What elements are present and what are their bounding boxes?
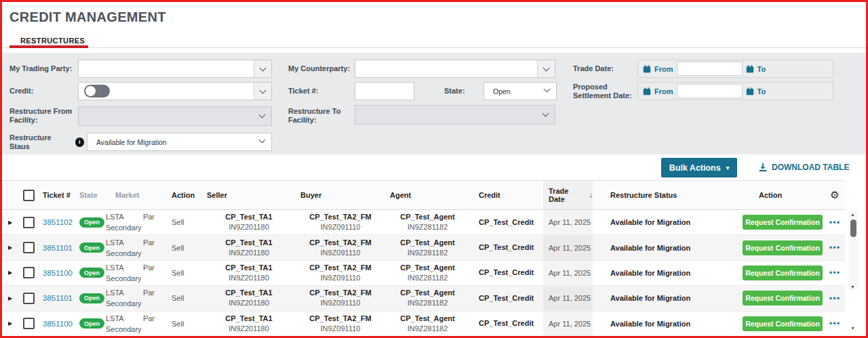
select-all-checkbox[interactable] [23,190,35,201]
chevron-down-icon [259,137,266,144]
more-actions-icon[interactable]: ••• [829,268,841,278]
scroll-down-icon[interactable]: ▼ [850,284,855,289]
tab-active-indicator [9,45,88,48]
header-expander-cell [0,181,15,209]
col-header-row-action[interactable]: Action [740,181,826,209]
row-checkbox[interactable] [23,242,35,253]
row-checkbox[interactable] [23,293,35,304]
agent-id: IN9Z281182 [408,324,448,334]
ticket-link[interactable]: 3851101 [43,244,73,252]
seller-id: IN9Z201180 [229,298,269,308]
request-confirmation-button[interactable]: Request Confirmation [743,316,823,331]
table-header-row: Ticket # State Market Action Seller Buye… [0,180,845,210]
col-header-action[interactable]: Action [162,181,197,209]
credit-cell: CP_Test_Credit [479,217,534,228]
request-confirmation-button[interactable]: Request Confirmation [743,291,823,305]
my-counterparty-select[interactable] [355,60,555,78]
expand-row-icon[interactable]: ▶ [8,270,12,276]
request-confirmation-button[interactable]: Request Confirmation [743,240,823,255]
chevron-down-icon [537,60,555,77]
bulk-actions-button[interactable]: Bulk Actions ▾ [661,158,737,177]
info-icon[interactable]: i [75,138,84,147]
gear-icon[interactable]: ⚙ [830,189,839,201]
page-title: CREDIT MANAGEMENT [9,9,166,25]
scrollbar-thumb[interactable] [850,219,856,237]
tab-restructures[interactable]: RESTRUCTURES [9,34,85,48]
restructure-from-facility-select[interactable] [78,106,272,126]
agent-name: CP_Test_Agent [400,263,454,273]
ticket-number-label: Ticket #: [288,82,353,100]
col-header-market[interactable]: Market [106,181,162,209]
action-cell: Sell [172,269,184,277]
market-cell: LSTA Par Secondary [106,237,155,259]
ticket-number-input[interactable] [355,82,414,100]
request-confirmation-button[interactable]: Request Confirmation [743,266,823,280]
settlement-from-input[interactable] [677,84,743,98]
table-scrollbar[interactable]: ▲ ▼ [848,211,858,290]
expand-row-icon[interactable]: ▶ [8,320,12,326]
col-header-restructure-status[interactable]: Restructure Status [593,181,740,209]
calendar-icon [746,87,754,96]
bulk-actions-label: Bulk Actions [669,163,721,173]
col-header-buyer[interactable]: Buyer [291,181,380,209]
ticket-link[interactable]: 3851101 [43,294,73,302]
seller-name: CP_Test_TA1 [225,263,272,273]
expand-row-icon[interactable]: ▶ [8,219,12,226]
col-header-trade-date[interactable]: Trade Date ↓ [543,181,593,209]
trade-date-from-label: From [654,65,673,73]
buyer-id: IN9Z091110 [321,222,361,232]
more-actions-icon[interactable]: ••• [829,217,841,228]
col-header-credit[interactable]: Credit [465,181,543,209]
my-trading-party-select[interactable] [78,60,272,78]
calendar-icon [643,65,651,73]
col-header-state[interactable]: State [79,181,106,209]
col-header-seller[interactable]: Seller [197,181,291,209]
state-label: State: [444,82,478,100]
row-checkbox[interactable] [23,318,35,329]
more-actions-icon[interactable]: ••• [829,293,841,303]
trade-date-cell: Apr 11, 2025 [549,269,591,277]
more-actions-icon[interactable]: ••• [829,318,841,329]
market-cell: LSTA Par Secondary [106,287,155,309]
trade-date-to-label: To [757,65,766,73]
state-badge: Open [79,268,104,278]
restructure-to-facility-select[interactable] [355,105,555,125]
agent-id: IN9Z281182 [408,298,448,308]
ticket-link[interactable]: 3851100 [43,269,73,277]
chevron-down-icon [254,60,271,77]
agent-id: IN9Z281182 [408,248,448,258]
scroll-up-icon[interactable]: ▲ [850,212,855,217]
more-actions-icon[interactable]: ••• [829,242,841,253]
restructure-status-select[interactable]: Available for Migration [87,133,272,151]
row-checkbox[interactable] [23,217,35,228]
trade-date-cell: Apr 11, 2025 [549,294,591,302]
seller-id: IN9Z201180 [229,324,269,334]
col-header-agent[interactable]: Agent [380,181,465,209]
ticket-link[interactable]: 3851102 [43,218,73,226]
trade-date-header-label: Trade Date [549,187,586,203]
ticket-link[interactable]: 3851100 [43,320,73,328]
state-select-value: Open [484,87,511,96]
table-row: ▶ 3851100 Open LSTA Par Secondary Sell C… [0,312,845,337]
tab-bar-divider [0,47,868,48]
download-table-button[interactable]: DOWNLOAD TABLE [758,163,849,172]
request-confirmation-button[interactable]: Request Confirmation [743,215,823,230]
action-cell: Sell [172,244,184,252]
expand-row-icon[interactable]: ▶ [8,295,12,301]
seller-name: CP_Test_TA1 [225,288,272,298]
expand-row-icon[interactable]: ▶ [8,245,12,251]
col-header-ticket[interactable]: Ticket # [41,181,79,209]
trade-date-from-input[interactable] [677,62,743,76]
trade-date-range: From To [637,60,833,78]
buyer-name: CP_Test_TA2_FM [309,263,371,273]
chevron-down-icon [254,83,271,100]
state-select[interactable]: Open [484,82,557,100]
credit-select[interactable] [78,82,272,100]
row-checkbox[interactable] [23,267,35,278]
credit-cell: CP_Test_Credit [479,318,534,329]
page-scroll-down-icon[interactable]: ▼ [850,326,855,331]
credit-toggle[interactable] [84,85,110,98]
seller-id: IN9Z201180 [229,273,269,283]
trade-date-label: Trade Date: [573,60,634,78]
my-trading-party-label: My Trading Party: [9,60,76,78]
